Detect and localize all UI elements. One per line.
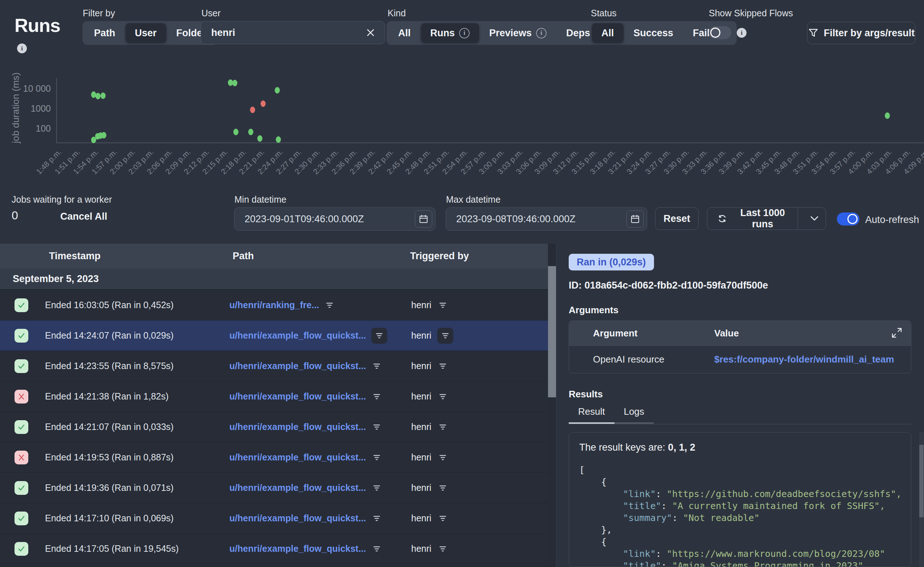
json-punct: : [661,501,672,511]
kind-label: Kind [388,8,406,18]
auto-refresh-toggle[interactable] [837,213,859,225]
run-triggered-cell: henri [411,543,448,554]
run-path-link[interactable]: u/henri/example_flow_quickst... [229,361,366,371]
run-path-link[interactable]: u/henri/example_flow_quickst... [229,513,366,524]
user-label: User [202,8,221,18]
runs-list-scrollbar[interactable] [548,244,556,567]
max-datetime-calendar-button[interactable] [626,210,644,228]
info-icon[interactable]: i [459,28,470,38]
min-datetime-calendar-button[interactable] [415,210,432,228]
chart-point-success[interactable] [275,87,280,93]
kind-option-runs[interactable]: Runsi [421,23,479,43]
run-row[interactable]: Ended 14:21:38 (Ran in 1,82s)u/henri/exa… [0,381,548,412]
chart-point-failure[interactable] [250,106,255,113]
code-line: "link": "https://www.markround.com/blog/… [579,548,911,560]
run-row[interactable]: Ended 14:23:55 (Ran in 8,575s)u/henri/ex… [0,351,548,381]
funnel-icon [808,27,819,38]
path-filter-icon[interactable] [324,300,335,311]
path-filter-icon[interactable] [371,543,382,554]
date-group-row: September 5, 2023 [0,268,548,290]
chart-point-success[interactable] [248,129,253,135]
chart-point-success[interactable] [257,135,262,142]
chart-point-success[interactable] [101,93,105,99]
path-filter-icon[interactable] [371,328,387,344]
toggle-knob [710,27,721,38]
arguments-table-row: OpenAI resource $res:f/company-folder/wi… [569,345,911,373]
user-filter-icon[interactable] [437,483,448,494]
info-icon[interactable]: i [536,28,546,38]
user-search-value: henri [211,27,365,38]
path-filter-icon[interactable] [371,361,382,372]
path-filter-icon[interactable] [371,483,382,494]
user-filter-icon[interactable] [437,513,448,524]
run-path-link[interactable]: u/henri/example_flow_quickst... [229,330,366,341]
run-row[interactable]: Ended 16:03:05 (Ran in 0,452s)u/henri/ra… [0,290,548,321]
run-path-link[interactable]: u/henri/example_flow_quickst... [229,391,366,402]
runs-list-scrollbar-thumb[interactable] [548,266,556,398]
user-filter-icon[interactable] [437,361,448,372]
json-key: "link" [623,489,655,499]
chart-point-success[interactable] [101,132,106,138]
path-filter-icon[interactable] [371,513,382,524]
show-skipped-info-icon[interactable]: i [737,28,746,38]
min-datetime-input[interactable]: 2023-09-01T09:46:00.000Z [234,207,435,231]
show-skipped-toggle[interactable] [709,26,731,39]
run-timestamp: Ended 14:19:53 (Ran in 0,887s) [45,452,229,463]
path-filter-icon[interactable] [371,391,382,402]
user-filter-icon[interactable] [437,543,448,554]
run-path-cell: u/henri/example_flow_quickst... [229,328,411,344]
chart-point-success[interactable] [232,80,237,86]
json-string: "https://github.com/deadbeefsociety/sshf… [667,489,901,499]
show-skipped-label: Show Skipped Flows [709,8,793,18]
filter-by-option-user[interactable]: User [126,23,166,43]
status-option-all[interactable]: All [592,23,623,43]
run-row[interactable]: Ended 14:24:07 (Ran in 0,029s)u/henri/ex… [0,321,548,351]
expand-icon[interactable] [891,327,903,339]
runs-count-select[interactable]: Last 1000 runs [707,207,826,230]
chart-point-failure[interactable] [260,100,266,107]
run-row[interactable]: Ended 14:19:36 (Ran in 0,071s)u/henri/ex… [0,473,548,503]
filter-args-result-button[interactable]: Filter by args/result [807,22,915,44]
user-filter-icon[interactable] [437,422,448,432]
run-row[interactable]: Ended 14:21:07 (Ran in 0,033s)u/henri/ex… [0,412,548,442]
run-path-link[interactable]: u/henri/ranking_fre... [229,300,319,310]
filter-by-option-path[interactable]: Path [84,23,125,43]
refresh-icon [717,213,728,224]
path-filter-icon[interactable] [371,452,382,463]
user-filter-icon[interactable] [437,328,453,344]
run-path-link[interactable]: u/henri/example_flow_quickst... [229,422,366,432]
run-path-link[interactable]: u/henri/example_flow_quickst... [229,452,366,463]
run-timestamp: Ended 14:21:38 (Ran in 1,82s) [45,391,229,402]
run-path-link[interactable]: u/henri/example_flow_quickst... [229,483,366,493]
result-scrollbar[interactable] [919,432,924,567]
max-datetime-input[interactable]: 2023-09-08T09:46:00.000Z [445,207,647,231]
clear-user-filter-icon[interactable] [365,27,376,38]
chevron-down-icon[interactable] [803,213,826,224]
user-filter-icon[interactable] [437,391,448,402]
status-success-icon [15,512,28,525]
chart-point-success[interactable] [276,136,281,143]
status-option-success[interactable]: Success [624,23,683,43]
chart-plot-area[interactable] [56,78,924,143]
run-path-link[interactable]: u/henri/example_flow_quickst... [229,543,366,554]
filter-by-segmented: PathUserFolder [83,21,218,45]
reset-button[interactable]: Reset [655,207,698,230]
user-filter-icon[interactable] [437,300,448,311]
runs-info-icon[interactable]: i [17,44,27,53]
result-scrollbar-thumb[interactable] [919,445,924,518]
cancel-all-button[interactable]: Cancel All [60,211,107,222]
run-row[interactable]: Ended 14:17:05 (Ran in 19,545s)u/henri/e… [0,534,548,564]
run-row[interactable]: Ended 14:17:10 (Ran in 0,069s)u/henri/ex… [0,503,548,534]
run-row[interactable]: Ended 14:19:53 (Ran in 0,887s)u/henri/ex… [0,442,548,473]
kind-option-previews[interactable]: Previewsi [480,23,556,43]
argument-name: OpenAI resource [593,354,714,365]
argument-value-link[interactable]: $res:f/company-folder/windmill_ai_team [714,354,894,365]
tab-result[interactable]: Result [569,406,614,424]
kind-option-label: Runs [430,27,455,39]
kind-option-all[interactable]: All [389,23,420,43]
triggered-by-user: henri [411,330,432,341]
user-search-input[interactable]: henri [201,21,385,44]
tab-logs[interactable]: Logs [614,406,654,424]
user-filter-icon[interactable] [437,452,448,463]
path-filter-icon[interactable] [371,422,382,432]
